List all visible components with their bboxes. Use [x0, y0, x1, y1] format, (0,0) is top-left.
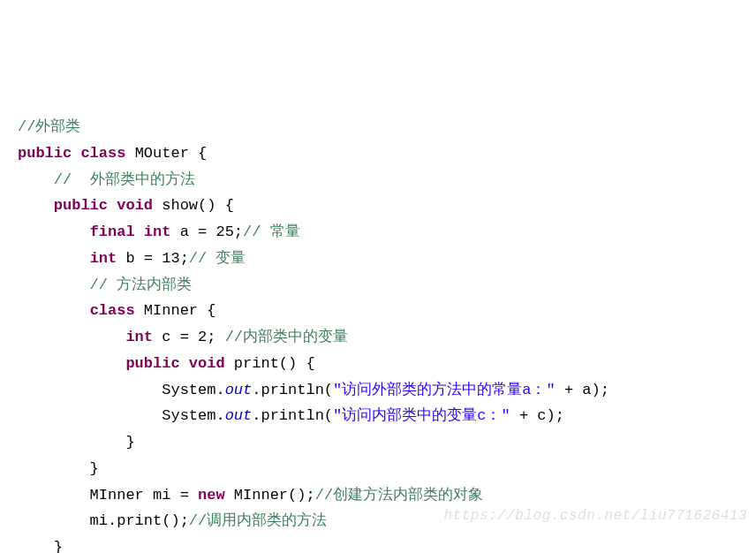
keyword: int [125, 329, 153, 345]
keyword: public [125, 355, 179, 372]
code-text: System. [18, 382, 225, 398]
keyword: int [90, 250, 117, 267]
code-text: } [18, 539, 63, 553]
code-text: print() { [225, 355, 315, 372]
comment: //外部类 [18, 118, 80, 135]
comment: // 变量 [189, 250, 246, 267]
code-text: + a); [556, 382, 609, 398]
code-text: } [18, 434, 135, 451]
keyword: void [189, 355, 225, 372]
watermark: https://blog.csdn.net/liu771626413 [444, 504, 747, 528]
string-literal: "访问外部类的方法中的常量a：" [333, 382, 556, 398]
code-text: System. [18, 407, 225, 424]
keyword: final [90, 223, 135, 240]
code-text: a = 25; [170, 223, 243, 240]
keyword: int [144, 223, 171, 240]
comment: //调用内部类的方法 [189, 512, 327, 529]
code-text: MInner { [135, 302, 216, 319]
comment: //创建方法内部类的对象 [315, 487, 483, 504]
keyword: class [80, 145, 125, 162]
code-text: } [18, 460, 99, 477]
keyword: public [54, 197, 108, 214]
code-text: b = 13; [117, 250, 189, 267]
code-text: MInner mi = [18, 487, 198, 504]
code-text: .println( [252, 407, 333, 424]
string-literal: "访问内部类中的变量c：" [333, 407, 510, 424]
keyword: class [90, 302, 135, 319]
field-ref: out [225, 407, 253, 424]
keyword: public [18, 145, 72, 162]
keyword: void [117, 197, 153, 214]
keyword: new [198, 487, 225, 504]
field-ref: out [225, 382, 253, 398]
code-text: MInner(); [225, 487, 315, 504]
comment: //内部类中的变量 [225, 329, 348, 345]
code-text: MOuter { [125, 145, 207, 162]
code-text: mi.print(); [18, 512, 189, 529]
comment: // 常量 [243, 223, 300, 240]
code-text: show() { [153, 197, 234, 214]
code-text: + c); [510, 407, 564, 424]
code-text: .println( [252, 382, 333, 398]
code-text: c = 2; [153, 329, 225, 345]
comment: // 外部类中的方法 [18, 171, 195, 188]
comment: // 方法内部类 [18, 276, 192, 293]
